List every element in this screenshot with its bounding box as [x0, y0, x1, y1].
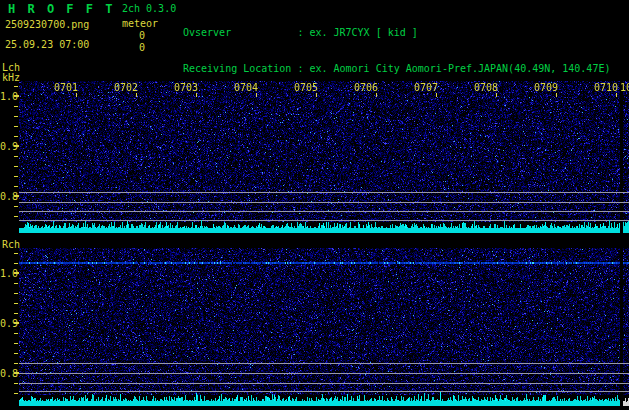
time-tick: [136, 93, 137, 97]
app-version: 2ch 0.3.0: [122, 3, 176, 14]
info-line-location: Receiving Location : ex. Aomori City Aom…: [183, 63, 629, 75]
freq-tick-minor: [14, 156, 18, 157]
time-label: 0701: [54, 82, 78, 93]
time-label: 0708: [474, 82, 498, 93]
freq-tick-minor: [14, 353, 18, 354]
freq-tick-minor: [14, 176, 18, 177]
datetime-label: 25.09.23 07:00: [5, 39, 89, 50]
lch-spectrogram: [19, 81, 629, 233]
app-title: H R O F F T: [8, 2, 115, 16]
freq-tick-minor: [14, 206, 18, 207]
freq-tick-minor: [14, 106, 18, 107]
output-filename: 2509230700.png: [5, 19, 89, 30]
freq-tick-minor: [14, 333, 18, 334]
freq-tick-minor: [14, 166, 18, 167]
freq-tick-minor: [14, 126, 18, 127]
time-label: 0709: [534, 82, 558, 93]
freq-tick-minor: [14, 136, 18, 137]
meteor-count-bottom: 0: [105, 42, 145, 53]
freq-tick-minor: [14, 303, 18, 304]
time-tick: [256, 93, 257, 97]
time-tick: [496, 93, 497, 97]
time-tick: [76, 93, 77, 97]
freq-tick-minor: [14, 363, 18, 364]
freq-tick-major: [14, 95, 19, 97]
freq-tick-major: [14, 272, 19, 274]
khz-unit-label: kHz: [2, 72, 20, 83]
time-tick: [376, 93, 377, 97]
freq-tick-minor: [14, 253, 18, 254]
time-label: 0703: [174, 82, 198, 93]
freq-tick-minor: [14, 216, 18, 217]
time-tick: [436, 93, 437, 97]
time-tick: [616, 93, 617, 97]
freq-tick-minor: [14, 283, 18, 284]
time-tick: [316, 93, 317, 97]
mode-label: meteor: [122, 18, 158, 29]
freq-tick-minor: [14, 383, 18, 384]
time-label-partial: 10: [620, 82, 629, 93]
freq-tick-minor: [14, 343, 18, 344]
freq-tick-major: [14, 145, 19, 147]
freq-tick-minor: [14, 393, 18, 394]
freq-tick-major: [14, 195, 19, 197]
meteor-count-top: 0: [105, 30, 145, 41]
time-label: 0705: [294, 82, 318, 93]
freq-tick-minor: [14, 186, 18, 187]
hrofft-window: H R O F F T 2ch 0.3.0 2509230700.png met…: [0, 0, 629, 410]
time-label: 0710: [594, 82, 618, 93]
time-label: 0704: [234, 82, 258, 93]
freq-tick-minor: [14, 116, 18, 117]
time-label: 0707: [414, 82, 438, 93]
time-tick: [556, 93, 557, 97]
freq-tick-minor: [14, 86, 18, 87]
freq-tick-minor: [14, 263, 18, 264]
freq-tick-major: [14, 322, 19, 324]
time-label: 0706: [354, 82, 378, 93]
freq-tick-major: [14, 372, 19, 374]
rch-panel-label: Rch: [2, 239, 20, 250]
freq-tick-minor: [14, 313, 18, 314]
time-tick: [196, 93, 197, 97]
time-label: 0702: [114, 82, 138, 93]
info-line-observer: Ovserver : ex. JR7CYX [ kid ]: [183, 27, 629, 39]
rch-spectrogram: [19, 248, 629, 406]
freq-tick-minor: [14, 293, 18, 294]
